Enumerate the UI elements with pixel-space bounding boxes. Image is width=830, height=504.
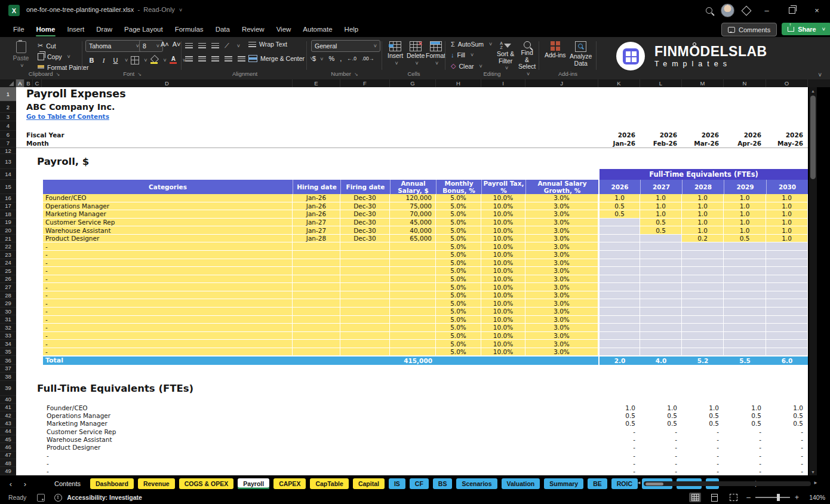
fte-row-value[interactable]: - — [600, 428, 640, 435]
fte-cell[interactable] — [640, 259, 682, 268]
cell-bonus[interactable]: 5.0% — [436, 275, 481, 284]
orientation-icon[interactable]: ⟋ — [225, 42, 229, 50]
cell-bonus[interactable]: 5.0% — [436, 226, 481, 235]
fte-row-value[interactable]: - — [766, 459, 808, 467]
wrap-text-button[interactable]: Wrap Text — [247, 40, 289, 48]
fte-cell[interactable] — [640, 267, 682, 275]
cell-tax[interactable]: 10.0% — [481, 348, 525, 357]
fte-cell[interactable] — [766, 332, 808, 340]
borders-button[interactable] — [130, 55, 140, 65]
cell-hiring[interactable] — [293, 348, 340, 357]
number-format-combo[interactable]: General˅ — [311, 40, 380, 52]
fte-cell[interactable] — [766, 259, 808, 268]
cell-firing[interactable]: Dec-30 — [340, 226, 390, 235]
cell-bonus[interactable]: 5.0% — [436, 219, 481, 227]
cell-firing[interactable] — [340, 299, 390, 308]
fte-cell[interactable] — [682, 348, 724, 357]
fte-cell[interactable] — [600, 299, 640, 308]
fte-cell[interactable] — [682, 316, 724, 324]
cell-hiring[interactable] — [293, 299, 340, 308]
fte-row-value[interactable]: - — [766, 428, 808, 435]
fte-cell[interactable]: 1.0 — [682, 219, 724, 227]
decrease-indent-icon[interactable] — [225, 56, 232, 62]
fte-cell[interactable] — [766, 316, 808, 324]
cell-hiring[interactable] — [293, 242, 340, 251]
hscroll-left-icon[interactable]: ◄ — [637, 480, 641, 485]
fte-row-value[interactable]: - — [600, 468, 640, 475]
row-header-48[interactable]: 48 — [0, 459, 16, 467]
cell-hiring[interactable]: Jan-26 — [293, 194, 340, 202]
number-dialog-launcher-icon[interactable]: ↘ — [354, 72, 358, 77]
tabs-next-icon[interactable]: › — [18, 480, 32, 488]
cell-tax[interactable]: 10.0% — [481, 283, 525, 291]
row-header-32[interactable]: 32 — [0, 324, 16, 332]
row-header-31[interactable]: 31 — [0, 315, 16, 324]
row-header-6[interactable]: 6 — [0, 131, 16, 139]
fte-cell[interactable] — [640, 275, 682, 284]
fte-row-value[interactable]: - — [724, 459, 766, 467]
fte-row-value[interactable]: - — [640, 451, 682, 459]
row-header-25[interactable]: 25 — [0, 267, 16, 275]
fte-row-value[interactable]: 1.0 — [724, 404, 766, 411]
row-header-44[interactable]: 44 — [0, 428, 16, 435]
cell-salary[interactable]: 65,000 — [390, 235, 436, 243]
cell-bonus[interactable]: 5.0% — [436, 283, 481, 291]
cell-growth[interactable]: 3.0% — [525, 291, 598, 300]
fte-cell[interactable] — [766, 267, 808, 275]
cell-firing[interactable]: Dec-30 — [340, 235, 390, 243]
fte-row-value[interactable]: 1.0 — [766, 404, 808, 411]
cell-hiring[interactable] — [293, 267, 340, 275]
align-top-icon[interactable] — [185, 43, 193, 48]
fte-cell[interactable] — [682, 251, 724, 259]
cell-bonus[interactable]: 5.0% — [436, 340, 481, 348]
column-header-i[interactable]: I — [481, 79, 525, 87]
fiscal-year-value[interactable]: 2026 — [600, 131, 640, 139]
column-header-n[interactable]: N — [724, 79, 766, 87]
fte-cell[interactable] — [600, 251, 640, 259]
minimize-button[interactable]: – — [758, 4, 775, 17]
fte-row-value[interactable]: - — [682, 459, 724, 467]
column-header-l[interactable]: L — [640, 79, 682, 87]
fte-cell[interactable] — [724, 291, 766, 300]
increase-decimal-button[interactable]: ←.0 — [347, 56, 356, 62]
fte-row-name[interactable]: Marketing Manager — [47, 420, 250, 428]
sort-filter-button[interactable]: AZ Sort & Filter˅ — [494, 40, 517, 73]
fte-cell[interactable] — [724, 348, 766, 357]
row-header-20[interactable]: 20 — [0, 226, 16, 235]
table-header-salary[interactable]: Annual Salary, $ — [390, 180, 436, 194]
fte-row-value[interactable]: - — [682, 468, 724, 475]
select-all-corner[interactable] — [0, 79, 16, 87]
cell-hiring[interactable]: Jan-27 — [293, 226, 340, 235]
fte-cell[interactable] — [640, 340, 682, 348]
fte-cell[interactable] — [600, 219, 640, 227]
borders-chevron-icon[interactable]: ˅ — [144, 57, 147, 63]
row-header-19[interactable]: 19 — [0, 219, 16, 227]
cell-tax[interactable]: 10.0% — [481, 275, 525, 284]
fte-row-value[interactable]: - — [682, 444, 724, 451]
fte-row-name[interactable]: - — [47, 451, 250, 459]
paste-button[interactable]: Paste ˅ — [8, 40, 33, 70]
menu-item-file[interactable]: File — [7, 23, 30, 36]
zoom-slider[interactable] — [755, 497, 790, 498]
cell-growth[interactable]: 3.0% — [525, 226, 598, 235]
gem-icon[interactable] — [742, 5, 752, 16]
cell-firing[interactable]: Dec-30 — [340, 210, 390, 219]
cell-tax[interactable]: 10.0% — [481, 291, 525, 300]
fte-cell[interactable] — [600, 259, 640, 268]
cell-bonus[interactable]: 5.0% — [436, 291, 481, 300]
fte-cell[interactable]: 0.5 — [640, 219, 682, 227]
table-header-year-2029[interactable]: 2029 — [724, 180, 766, 194]
font-color-button[interactable]: A — [168, 55, 179, 65]
zoom-in-icon[interactable]: + — [795, 493, 799, 502]
fiscal-year-value[interactable]: 2026 — [640, 131, 682, 139]
row-header-23[interactable]: 23 — [0, 251, 16, 259]
fte-row-name[interactable]: Founder/CEO — [47, 404, 250, 411]
row-header-3[interactable]: 3 — [0, 113, 16, 121]
cell-salary[interactable] — [390, 242, 436, 251]
fte-cell[interactable]: 1.0 — [724, 202, 766, 211]
fte-row-name[interactable]: - — [47, 468, 250, 475]
fte-cell[interactable] — [600, 308, 640, 316]
cell-tax[interactable]: 10.0% — [481, 235, 525, 243]
menu-item-draw[interactable]: Draw — [90, 23, 118, 36]
cell-category[interactable]: Founder/CEO — [43, 194, 293, 202]
